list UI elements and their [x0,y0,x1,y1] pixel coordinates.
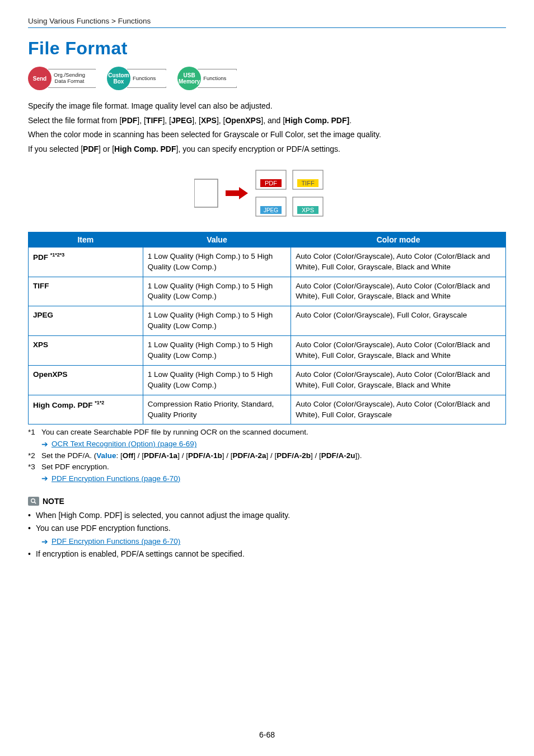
svg-rect-0 [194,179,218,207]
ocr-link[interactable]: OCR Text Recognition (Option) (page 6-69… [51,438,196,450]
badge-send-group: Send Org./Sending Data Format [28,67,96,90]
footnote-text: Set PDF encryption. [41,461,109,473]
usb-memory-flag: Functions [198,69,237,88]
pdf-encryption-link[interactable]: PDF Encryption Functions (page 6-70) [51,473,180,484]
footnotes: *1 You can create Searchable PDF file by… [28,427,506,484]
table-row: High Comp. PDF *1*2 Compression Ratio Pr… [29,395,506,424]
intro-p2: Select the file format from [PDF], [TIFF… [28,115,506,127]
svg-text:TIFF: TIFF [301,180,314,186]
th-mode: Color mode [291,232,506,247]
intro-p1: Specify the image file format. Image qua… [28,100,506,113]
arrow-right-icon: ➔ [41,535,48,548]
table-row: TIFF 1 Low Quality (High Comp.) to 5 Hig… [29,277,506,306]
footnote-num: *2 [28,450,41,461]
table-row: OpenXPS 1 Low Quality (High Comp.) to 5 … [29,365,506,395]
footnote-num: *1 [28,427,41,438]
page-title: File Format [28,38,506,59]
arrow-right-icon: ➔ [41,473,48,484]
svg-point-14 [31,499,35,502]
note-label: NOTE [43,497,64,506]
custom-box-flag: Functions [127,69,166,88]
arrow-right-icon: ➔ [41,438,48,450]
svg-text:XPS: XPS [302,207,314,213]
page-number: 6-68 [0,730,534,739]
badge-custom-group: Custom Box Functions [107,67,166,90]
send-badge: Send [28,67,51,90]
table-row: XPS 1 Low Quality (High Comp.) to 5 High… [29,336,506,366]
footnote-text: You can create Searchable PDF file by ru… [41,427,308,438]
footnote-num: *3 [28,461,41,473]
breadcrumb: Using Various Functions > Functions [28,17,506,25]
usb-memory-badge: USB Memory [177,67,201,90]
svg-line-15 [34,502,36,504]
note-bullet: If encryption is enabled, PDF/A settings… [28,548,506,560]
note-bullet: You can use PDF encryption functions. ➔ … [28,522,506,548]
svg-text:JPEG: JPEG [264,207,278,213]
send-flag: Org./Sending Data Format [48,69,96,88]
header-divider [28,27,506,28]
svg-text:PDF: PDF [265,180,277,186]
th-item: Item [29,232,143,247]
intro-p3: When the color mode in scanning has been… [28,129,506,141]
table-row: JPEG 1 Low Quality (High Comp.) to 5 Hig… [29,306,506,336]
footnote-text: Set the PDF/A. (Value: [Off] / [PDF/A-1a… [41,450,362,461]
intro-p4: If you selected [PDF] or [High Comp. PDF… [28,143,506,156]
format-diagram: PDF TIFF JPEG XPS [28,166,506,220]
badge-row: Send Org./Sending Data Format Custom Box… [28,67,506,90]
format-table: Item Value Color mode PDF *1*2*3 1 Low Q… [28,232,506,425]
pdf-encryption-link-2[interactable]: PDF Encryption Functions (page 6-70) [51,535,180,548]
svg-marker-1 [226,187,248,199]
note-icon [28,497,39,506]
note-bullet: When [High Comp. PDF] is selected, you c… [28,509,506,521]
note-block: NOTE When [High Comp. PDF] is selected, … [28,497,506,561]
table-row: PDF *1*2*3 1 Low Quality (High Comp.) to… [29,247,506,277]
badge-usb-group: USB Memory Functions [177,67,237,90]
th-value: Value [143,232,291,247]
custom-box-badge: Custom Box [107,67,130,90]
